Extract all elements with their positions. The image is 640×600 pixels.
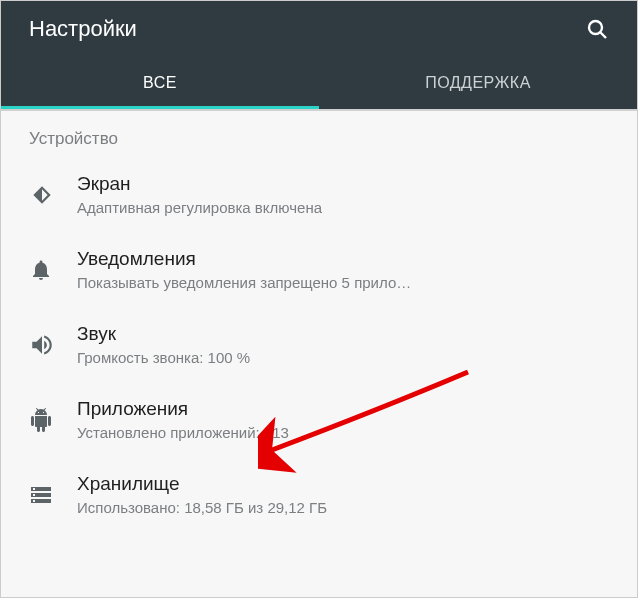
svg-line-1 (601, 33, 607, 39)
row-notifications[interactable]: Уведомления Показывать уведомления запре… (1, 232, 637, 307)
settings-screen: Настройки ВСЕ ПОДДЕРЖКА Устройство Экран (0, 0, 638, 598)
storage-icon (29, 483, 77, 507)
row-apps-texts: Приложения Установлено приложений: 113 (77, 398, 617, 441)
row-notifications-title: Уведомления (77, 248, 617, 270)
row-display-texts: Экран Адаптивная регулировка включена (77, 173, 617, 216)
row-storage[interactable]: Хранилище Использовано: 18,58 ГБ из 29,1… (1, 457, 637, 532)
volume-icon (29, 332, 77, 358)
settings-list: Экран Адаптивная регулировка включена Ув… (1, 157, 637, 532)
row-apps[interactable]: Приложения Установлено приложений: 113 (1, 382, 637, 457)
tab-all[interactable]: ВСЕ (1, 57, 319, 109)
row-storage-title: Хранилище (77, 473, 617, 495)
brightness-icon (29, 182, 77, 208)
search-icon (585, 17, 609, 41)
row-sound-subtitle: Громкость звонка: 100 % (77, 349, 617, 366)
row-display-subtitle: Адаптивная регулировка включена (77, 199, 617, 216)
svg-point-0 (589, 21, 602, 34)
app-bar: Настройки (1, 1, 637, 57)
search-button[interactable] (577, 9, 617, 49)
row-display[interactable]: Экран Адаптивная регулировка включена (1, 157, 637, 232)
bell-icon (29, 258, 77, 282)
row-notifications-subtitle: Показывать уведомления запрещено 5 прило… (77, 274, 617, 291)
row-sound-title: Звук (77, 323, 617, 345)
tab-support[interactable]: ПОДДЕРЖКА (319, 57, 637, 109)
tab-all-label: ВСЕ (143, 74, 177, 92)
tab-support-label: ПОДДЕРЖКА (425, 74, 531, 92)
row-apps-title: Приложения (77, 398, 617, 420)
row-storage-texts: Хранилище Использовано: 18,58 ГБ из 29,1… (77, 473, 617, 516)
android-icon (29, 408, 77, 432)
row-apps-subtitle: Установлено приложений: 113 (77, 424, 617, 441)
section-header-device: Устройство (1, 111, 637, 157)
row-notifications-texts: Уведомления Показывать уведомления запре… (77, 248, 617, 291)
row-storage-subtitle: Использовано: 18,58 ГБ из 29,12 ГБ (77, 499, 617, 516)
row-display-title: Экран (77, 173, 617, 195)
row-sound-texts: Звук Громкость звонка: 100 % (77, 323, 617, 366)
row-sound[interactable]: Звук Громкость звонка: 100 % (1, 307, 637, 382)
page-title: Настройки (29, 16, 137, 42)
tab-bar: ВСЕ ПОДДЕРЖКА (1, 57, 637, 109)
